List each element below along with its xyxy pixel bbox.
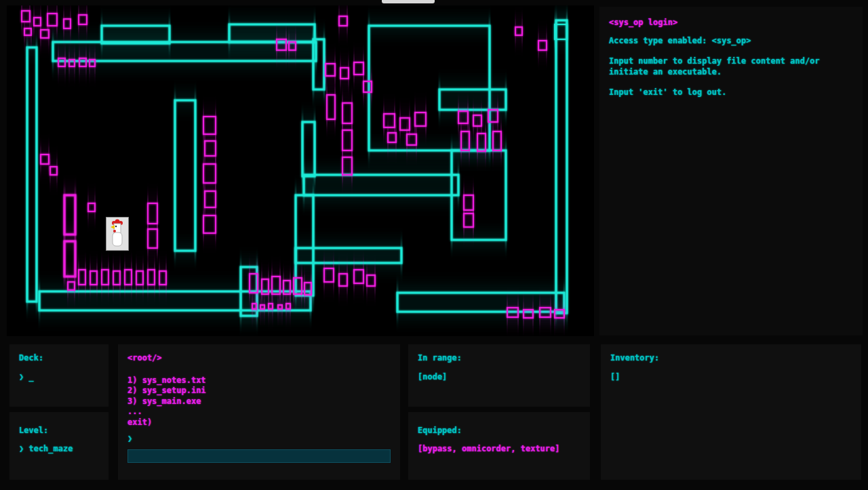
equipped-panel: Equipped: [bypass, omnicorder, texture] — [408, 412, 590, 480]
file-list-ellipsis: ... — [127, 407, 391, 417]
chicken-icon — [106, 217, 129, 251]
maze-canvas — [7, 5, 594, 336]
deck-panel: Deck: ❯ _ — [9, 344, 108, 407]
file-item: 3) sys_main.exe — [127, 396, 391, 407]
files-panel: <root/> 1) sys_notes.txt 2) sys_setup.in… — [118, 344, 400, 480]
deck-label: Deck: — [19, 353, 99, 364]
equipped-value: [bypass, omnicorder, texture] — [418, 444, 580, 455]
file-list: 1) sys_notes.txt 2) sys_setup.ini 3) sys… — [127, 375, 391, 428]
inventory-value: [] — [610, 372, 852, 383]
level-label: Level: — [19, 426, 99, 436]
deck-prompt[interactable]: ❯ _ — [19, 372, 99, 383]
terminal-login-title: <sys_op login> — [609, 18, 853, 28]
file-list-exit: exit) — [127, 417, 391, 428]
files-prompt: ❯ — [127, 434, 391, 445]
terminal-instruction: Input number to display file content and… — [609, 56, 853, 77]
file-item: 2) sys_setup.ini — [127, 386, 391, 396]
in-range-panel: In range: [node] — [408, 344, 590, 407]
equipped-label: Equipped: — [418, 426, 580, 436]
player-chicken-sprite — [106, 217, 129, 251]
in-range-label: In range: — [418, 353, 580, 364]
command-input[interactable] — [127, 449, 391, 463]
terminal-exit-hint: Input 'exit' to log out. — [609, 87, 853, 98]
inventory-panel: Inventory: [] — [601, 344, 861, 480]
terminal-access-line: Access type enabled: <sys_op> — [609, 36, 853, 47]
files-root-header: <root/> — [127, 353, 391, 364]
inventory-label: Inventory: — [610, 353, 852, 364]
window-notch — [382, 0, 435, 3]
level-value: ❯ tech_maze — [19, 444, 99, 455]
level-panel: Level: ❯ tech_maze — [9, 412, 108, 480]
in-range-value: [node] — [418, 372, 580, 383]
terminal-panel: <sys_op login> Access type enabled: <sys… — [599, 7, 863, 335]
file-item: 1) sys_notes.txt — [127, 375, 391, 386]
maze-panel — [7, 5, 594, 336]
